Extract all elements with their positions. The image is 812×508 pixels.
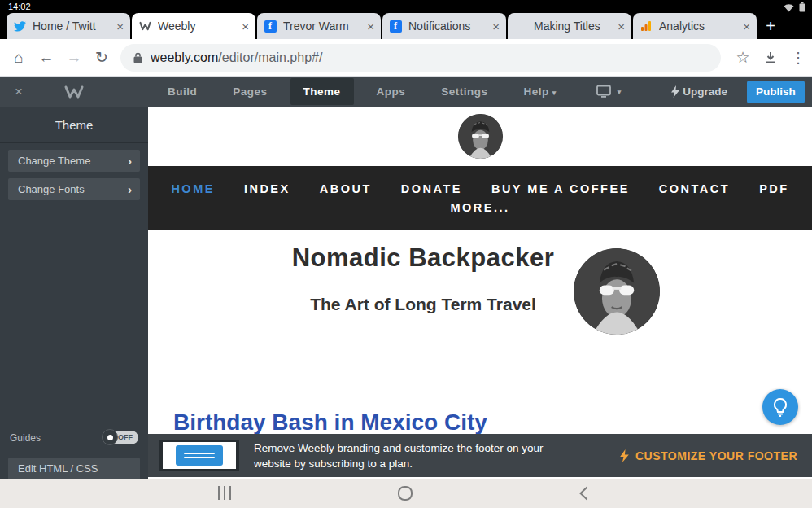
browser-menu-icon[interactable]: ⋮ (784, 49, 812, 67)
tab-close-icon[interactable]: × (237, 20, 249, 33)
site-navigation: HOME INDEX ABOUT DONATE BUY ME A COFFEE … (148, 166, 812, 230)
blog-post-title[interactable]: Birthday Bash in Mexico City (173, 409, 487, 436)
nav-link-coffee[interactable]: BUY ME A COFFEE (491, 182, 630, 195)
tab-analytics[interactable]: Analytics × (633, 13, 757, 39)
upgrade-button[interactable]: Upgrade (671, 85, 727, 98)
wifi-icon (784, 3, 794, 12)
tab-weebly-active[interactable]: Weebly × (132, 13, 255, 39)
nav-link-about[interactable]: ABOUT (320, 182, 372, 195)
guides-toggle[interactable]: OFF (103, 431, 138, 444)
branding-banner: Remove Weebly branding and customize the… (148, 434, 812, 477)
lightning-icon (671, 85, 679, 98)
nav-link-index[interactable]: INDEX (244, 182, 290, 195)
recents-button[interactable] (218, 486, 231, 500)
facebook-icon: f (264, 20, 277, 33)
customize-footer-button[interactable]: CUSTOMIZE YOUR FOOTER (620, 449, 797, 462)
device-preview-button[interactable]: ▾ (583, 77, 635, 106)
forward-icon[interactable]: → (60, 49, 88, 67)
home-icon[interactable]: ⌂ (5, 49, 33, 67)
menu-pages[interactable]: Pages (220, 78, 280, 105)
lightbulb-icon (771, 397, 789, 417)
publish-button[interactable]: Publish (747, 81, 805, 103)
tab-strip: Home / Twitt × Weebly × f Trevor Warm × (7, 13, 783, 39)
caret-down-icon: ▾ (552, 89, 557, 97)
editor-close-icon[interactable]: × (0, 84, 37, 100)
back-icon[interactable]: ← (33, 49, 60, 67)
tab-trevor[interactable]: f Trevor Warm × (257, 13, 381, 39)
site-subtitle[interactable]: The Art of Long Term Travel (228, 295, 618, 314)
guides-setting: Guides OFF (0, 431, 148, 458)
twitter-icon (13, 20, 26, 33)
banner-message: Remove Weebly branding and customize the… (254, 440, 557, 471)
toggle-knob (102, 429, 118, 445)
editor-menu: Build Pages Theme Apps Settings Help▾ ▾ (150, 77, 643, 106)
tab-close-icon[interactable]: × (111, 20, 124, 33)
tab-close-icon[interactable]: × (738, 20, 750, 33)
editor-topbar: × Build Pages Theme Apps Settings Help▾ … (0, 77, 812, 107)
site-preview-canvas: HOME INDEX ABOUT DONATE BUY ME A COFFEE … (148, 107, 812, 479)
lock-icon (133, 52, 142, 64)
tab-title: Trevor Warm (283, 20, 362, 33)
browser-toolbar: ⌂ ← → ↻ weebly.com/editor/main.php#/ ☆ ⋮ (0, 39, 812, 77)
tab-making-titles[interactable]: Making Titles × (508, 13, 631, 39)
clock: 14:02 (8, 2, 31, 11)
tablet-screen: 14:02 Home / Twitt × (0, 0, 812, 508)
nav-link-home[interactable]: HOME (171, 182, 215, 195)
theme-sidebar: Theme Change Theme › Change Fonts › Guid… (0, 107, 148, 479)
menu-apps[interactable]: Apps (364, 78, 419, 105)
facebook-icon: f (389, 20, 402, 33)
toggle-state-label: OFF (118, 433, 133, 441)
monitor-icon (596, 85, 612, 99)
android-nav-bar (0, 479, 812, 508)
bookmark-star-icon[interactable]: ☆ (729, 48, 757, 67)
tab-title: Home / Twitt (33, 20, 111, 33)
download-icon[interactable] (757, 51, 784, 64)
tab-title: Analytics (659, 20, 738, 33)
top-bar: 14:02 Home / Twitt × (0, 0, 812, 39)
footer-preview-thumbnail (159, 440, 239, 471)
help-tips-button[interactable] (762, 389, 798, 425)
tab-title: Making Titles (534, 20, 613, 33)
android-home-button[interactable] (398, 486, 413, 501)
nav-link-donate[interactable]: DONATE (401, 182, 462, 195)
editor-body: Theme Change Theme › Change Fonts › Guid… (0, 107, 812, 479)
tab-title: Weebly (158, 20, 237, 33)
status-bar: 14:02 (0, 0, 812, 13)
tab-close-icon[interactable]: × (487, 20, 500, 33)
caret-down-icon: ▾ (618, 88, 622, 96)
change-theme-button[interactable]: Change Theme › (8, 150, 140, 172)
new-tab-button[interactable]: + (758, 13, 783, 39)
lightning-icon (620, 449, 629, 462)
battery-icon (799, 2, 805, 12)
tab-home-twitter[interactable]: Home / Twitt × (7, 13, 130, 39)
divider (0, 142, 148, 143)
url-domain: weebly.com (151, 50, 218, 65)
analytics-icon (640, 20, 653, 33)
android-back-button[interactable] (579, 486, 588, 501)
menu-settings[interactable]: Settings (428, 78, 500, 105)
nav-link-more[interactable]: MORE... (450, 201, 509, 214)
chevron-right-icon: › (128, 154, 132, 168)
tab-title: Notifications (408, 20, 487, 33)
menu-build[interactable]: Build (155, 78, 210, 105)
weebly-logo-icon (37, 84, 111, 100)
weebly-icon (138, 20, 151, 33)
guides-label: Guides (10, 432, 103, 444)
tab-close-icon[interactable]: × (613, 20, 625, 33)
tab-notifications[interactable]: f Notifications × (382, 13, 506, 39)
site-avatar-small[interactable] (458, 114, 503, 159)
sidebar-title: Theme (0, 107, 148, 142)
nav-link-contact[interactable]: CONTACT (659, 182, 730, 195)
site-avatar-large[interactable] (574, 248, 660, 335)
nav-link-pdf[interactable]: PDF (759, 182, 789, 195)
menu-theme[interactable]: Theme (290, 78, 354, 105)
chevron-right-icon: › (128, 182, 132, 196)
address-bar[interactable]: weebly.com/editor/main.php#/ (120, 44, 721, 72)
site-title[interactable]: Nomadic Backpacker (228, 243, 618, 273)
tab-close-icon[interactable]: × (362, 20, 374, 33)
reload-icon[interactable]: ↻ (88, 48, 116, 67)
menu-help[interactable]: Help▾ (511, 78, 570, 105)
change-fonts-button[interactable]: Change Fonts › (8, 178, 140, 200)
edit-html-css-button[interactable]: Edit HTML / CSS (8, 458, 140, 479)
url-path: /editor/main.php#/ (218, 50, 322, 65)
